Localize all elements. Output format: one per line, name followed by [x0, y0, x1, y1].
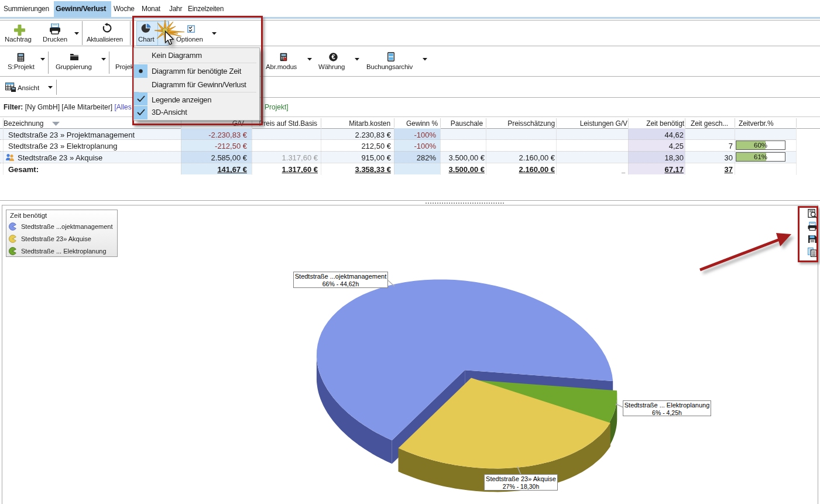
svg-text:€: €	[331, 53, 335, 60]
